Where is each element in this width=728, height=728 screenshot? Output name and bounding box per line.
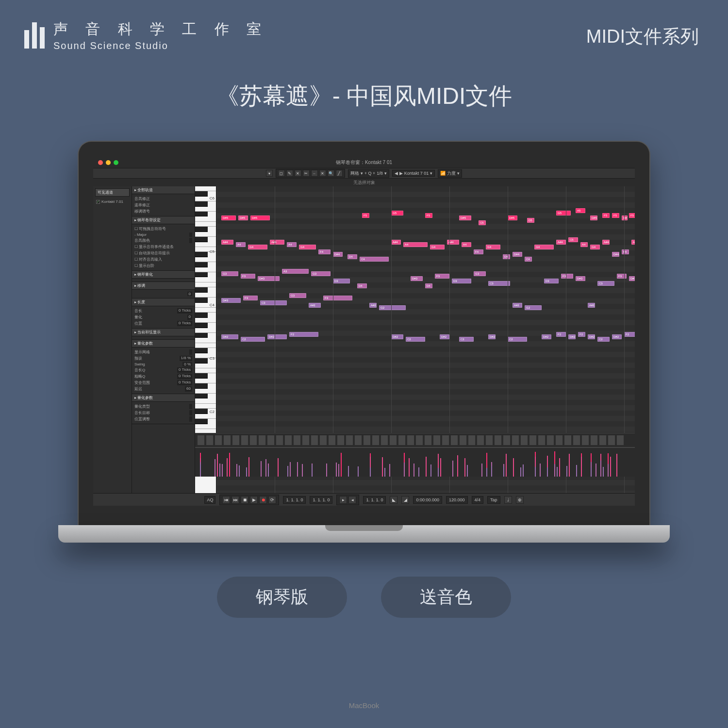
midi-note[interactable]: D3 <box>452 279 471 283</box>
sustain-block[interactable] <box>608 435 615 445</box>
velocity-bar[interactable] <box>467 467 468 477</box>
inspector-row[interactable]: 位置0 Ticks <box>134 320 192 327</box>
grid-setting[interactable]: 网格 ▾ + Q + 1/8 ▾ <box>348 169 389 178</box>
velocity-bar[interactable] <box>506 454 507 477</box>
punch-out-icon[interactable]: ◢ <box>401 496 409 504</box>
midi-note[interactable]: D#2 <box>488 334 496 339</box>
velocity-bar[interactable] <box>297 462 298 477</box>
midi-note[interactable]: F5 <box>612 213 619 218</box>
velocity-bar[interactable] <box>600 461 601 477</box>
velocity-bar[interactable] <box>217 454 218 477</box>
velocity-bar[interactable] <box>569 458 570 477</box>
velocity-bar[interactable] <box>540 463 541 477</box>
inspector-section-header[interactable]: ▸ 当前和弦显示 <box>132 329 195 336</box>
midi-note[interactable]: G5 <box>391 211 403 215</box>
sustain-block[interactable] <box>451 435 458 445</box>
midi-note[interactable]: G4 <box>299 245 316 249</box>
tool-pointer-icon[interactable]: ▾ <box>266 170 273 177</box>
midi-note[interactable]: D#5 <box>250 215 270 220</box>
velocity-bar[interactable] <box>591 467 592 477</box>
sustain-block[interactable] <box>398 435 405 445</box>
midi-note[interactable]: C4 <box>525 257 532 262</box>
sustain-block[interactable] <box>538 435 545 445</box>
midi-note[interactable]: A#4 <box>602 240 610 245</box>
inspector-row[interactable]: 音高修正 <box>134 196 192 202</box>
track-selector[interactable]: ◀ ▶ Kontakt 7 01 ▾ <box>392 170 435 177</box>
sustain-block[interactable] <box>407 435 414 445</box>
midi-note[interactable]: A4 <box>287 242 297 247</box>
velocity-bar[interactable] <box>409 458 410 477</box>
sustain-block[interactable] <box>547 435 554 445</box>
velocity-bar[interactable] <box>341 453 342 477</box>
midi-note[interactable]: F3 <box>435 274 449 279</box>
inspector-row[interactable]: ☐ 显示音符事件通道条 <box>134 244 192 250</box>
midi-note[interactable]: F2 <box>556 332 566 337</box>
transport-rewind-icon[interactable]: ⏮ <box>222 496 230 504</box>
sustain-block[interactable] <box>617 435 624 445</box>
click-icon[interactable]: ♩ <box>504 496 512 504</box>
tap-button[interactable]: Tap <box>487 496 500 504</box>
midi-note[interactable]: D#2 <box>267 334 287 339</box>
midi-note[interactable]: A5 <box>576 208 585 213</box>
midi-note[interactable]: A#2 <box>588 303 595 308</box>
velocity-bar[interactable] <box>547 467 548 477</box>
inspector-section-header[interactable]: ▸ 量化参数 <box>132 340 195 347</box>
sustain-block[interactable] <box>521 435 528 445</box>
midi-note[interactable]: F2 <box>289 332 318 337</box>
sustain-block[interactable] <box>259 435 265 445</box>
velocity-bar[interactable] <box>200 467 201 477</box>
velocity-bar[interactable] <box>566 467 567 477</box>
velocity-bar[interactable] <box>610 457 611 477</box>
midi-note[interactable]: D#4 <box>513 252 522 257</box>
velocity-bar[interactable] <box>358 466 359 477</box>
sustain-block[interactable] <box>495 435 501 445</box>
midi-note[interactable]: D4 <box>425 283 432 288</box>
midi-note[interactable]: D3 <box>544 279 559 283</box>
velocity-bar[interactable] <box>464 458 465 477</box>
inspector-row[interactable]: 预设1/8 % <box>134 355 192 362</box>
velocity-bar[interactable] <box>338 464 339 477</box>
midi-note[interactable]: C3 <box>597 281 614 286</box>
sustain-block[interactable] <box>390 435 397 445</box>
velocity-bar[interactable] <box>581 457 582 477</box>
midi-note[interactable]: F3 <box>241 274 255 279</box>
position-display-2[interactable]: 1. 1. 1. 0 <box>310 496 332 504</box>
sustain-block[interactable] <box>556 435 563 445</box>
sustain-block[interactable] <box>425 435 431 445</box>
velocity-bar[interactable] <box>554 464 555 477</box>
midi-note[interactable]: C5 <box>568 237 578 242</box>
tool-mute-icon[interactable]: ✕ <box>319 170 326 177</box>
sustain-block[interactable] <box>346 435 353 445</box>
midi-note[interactable]: F5 <box>362 213 369 218</box>
inspector-row[interactable]: 安全范围0 Ticks <box>134 380 192 386</box>
velocity-bar[interactable] <box>389 464 390 477</box>
velocity-bar[interactable] <box>440 458 441 477</box>
sustain-block[interactable] <box>320 435 327 445</box>
midi-note[interactable]: F5 <box>629 213 635 218</box>
midi-note[interactable]: G4 <box>248 245 267 249</box>
velocity-bar[interactable] <box>336 463 337 477</box>
tool-select-icon[interactable]: ◻ <box>278 170 285 177</box>
midi-note[interactable]: A#2 <box>369 303 377 308</box>
sustain-block[interactable] <box>302 435 309 445</box>
midi-note[interactable]: D#3 <box>221 298 241 303</box>
position-display-1[interactable]: 1. 1. 1. 0 <box>283 496 306 504</box>
velocity-bar[interactable] <box>576 468 577 477</box>
midi-note[interactable]: D#3 <box>629 276 635 281</box>
inspector-section-header[interactable]: ▸ 量化参数 <box>132 394 195 402</box>
midi-note[interactable]: F4 <box>622 249 629 254</box>
midi-note[interactable]: C2 <box>459 337 474 342</box>
sustain-block[interactable] <box>198 435 204 445</box>
velocity-bar[interactable] <box>523 464 524 477</box>
velocity-bar[interactable] <box>603 467 604 477</box>
time-display[interactable]: 0:00:00.000 <box>413 496 442 504</box>
velocity-bar[interactable] <box>430 464 431 477</box>
tempo-display[interactable]: 120.000 <box>446 496 468 504</box>
sustain-block[interactable] <box>215 435 222 445</box>
inspector-row[interactable]: ☐ 显示台阶 <box>134 263 192 269</box>
transport-play-icon[interactable]: ▶ <box>250 496 258 504</box>
midi-note[interactable]: D#2 <box>391 334 403 339</box>
midi-note[interactable]: F2 <box>624 332 635 337</box>
marker-next-icon[interactable]: ◂ <box>348 496 356 504</box>
sustain-block[interactable] <box>250 435 257 445</box>
